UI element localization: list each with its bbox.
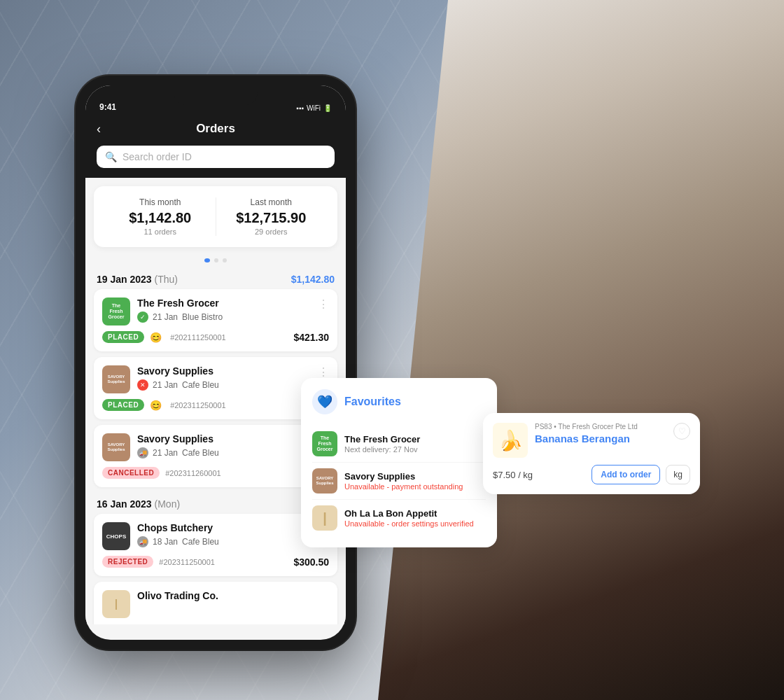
wifi-icon: WiFi <box>307 104 321 112</box>
order-location-1: Blue Bistro <box>182 312 223 322</box>
product-meta: PS83 • The Fresh Grocer Pte Ltd <box>535 423 666 430</box>
order-info-2: Savory Supplies ✕ 21 Jan Cafe Bleu <box>137 365 329 391</box>
battery-icon: 🔋 <box>323 104 332 112</box>
fav-item-2[interactable]: SAVORYSupplies Savory Supplies Unavailab… <box>312 463 486 500</box>
this-month-count: 11 orders <box>105 227 216 236</box>
this-month-card: This month $1,142.80 11 orders <box>105 197 216 236</box>
last-month-card: Last month $12,715.90 29 orders <box>216 197 327 236</box>
order-info-1: The Fresh Grocer ✓ 21 Jan Blue Bistro <box>137 298 329 323</box>
person-background <box>378 0 784 700</box>
summary-cards: This month $1,142.80 11 orders Last mont… <box>94 186 337 247</box>
order-card-1[interactable]: ⋮ TheFreshGrocer The Fresh Grocer ✓ 21 J… <box>94 289 337 351</box>
status-time: 9:41 <box>99 102 116 112</box>
favourites-popup[interactable]: 💙 Favourites TheFreshGrocer The Fresh Gr… <box>301 378 497 547</box>
order-id-4: #202311250001 <box>159 558 215 566</box>
order-dots-2[interactable]: ⋮ <box>318 365 329 379</box>
fav-info-2: Savory Supplies Unavailable - payment ou… <box>344 471 486 491</box>
order-location-2: Cafe Bleu <box>182 380 219 390</box>
search-container: 🔍 Search order ID <box>85 146 346 178</box>
product-heart-icon[interactable]: ♡ <box>673 423 690 440</box>
order-name-4: Chops Butchery <box>137 522 329 533</box>
order-top-3: SAVORYSupplies Savory Supplies 🚚 21 Jan … <box>102 433 329 461</box>
order-meta-1: ✓ 21 Jan Blue Bistro <box>137 312 329 323</box>
fav-name-2: Savory Supplies <box>344 471 486 482</box>
fav-item-1[interactable]: TheFreshGrocer The Fresh Grocer Next del… <box>312 426 486 463</box>
phone-body: 9:41 ▪▪▪ WiFi 🔋 ‹ Orders 🔍 Search order … <box>76 76 356 650</box>
order-amount-1: $421.30 <box>293 332 329 343</box>
order-bottom-4: REJECTED #202311250001 $300.50 <box>102 556 329 568</box>
order-logo-olivo: | <box>102 590 130 618</box>
favourites-title: Favourites <box>344 396 401 408</box>
dot-3[interactable] <box>223 258 227 262</box>
order-info-3: Savory Supplies 🚚 21 Jan Cafe Bleu <box>137 433 329 458</box>
status-dot-grey-2: 🚚 <box>137 536 148 547</box>
product-name-part1: Banan <box>535 433 567 444</box>
fav-name-1: The Fresh Grocer <box>344 434 486 444</box>
order-logo-savory-2: SAVORYSupplies <box>102 433 130 461</box>
fav-logo-fresh: TheFreshGrocer <box>312 431 337 456</box>
order-info-5: Olivo Trading Co. <box>137 590 329 604</box>
fav-logo-savory: SAVORYSupplies <box>312 468 337 493</box>
badge-placed-2: PLACED <box>102 399 144 411</box>
product-popup[interactable]: 🍌 PS83 • The Fresh Grocer Pte Ltd Banana… <box>483 413 700 494</box>
order-name-3: Savory Supplies <box>137 433 329 444</box>
order-date-1: 21 Jan <box>153 312 178 322</box>
status-dot-grey-1: 🚚 <box>137 447 148 458</box>
badge-cancelled-3: CANCELLED <box>102 467 160 479</box>
fav-info-3: Oh La La Bon Appetit Unavailable - order… <box>344 508 486 528</box>
product-info: PS83 • The Fresh Grocer Pte Ltd Bananas … <box>535 423 666 444</box>
order-amount-4: $300.50 <box>293 556 329 568</box>
this-month-amount: $1,142.80 <box>105 210 216 226</box>
order-top-1: TheFreshGrocer The Fresh Grocer ✓ 21 Jan… <box>102 298 329 326</box>
search-icon: 🔍 <box>105 151 117 162</box>
order-top-2: SAVORYSupplies Savory Supplies ✕ 21 Jan … <box>102 365 329 393</box>
order-date-2: 21 Jan <box>153 380 178 390</box>
order-logo-fresh-grocer: TheFreshGrocer <box>102 298 130 326</box>
search-bar[interactable]: 🔍 Search order ID <box>97 146 335 168</box>
dot-2[interactable] <box>214 258 218 262</box>
dot-1[interactable] <box>204 258 210 262</box>
fav-logo-olivo-popup: | <box>312 505 337 531</box>
order-info-4: Chops Butchery 🚚 18 Jan Cafe Bleu <box>137 522 329 547</box>
search-input[interactable]: Search order ID <box>122 151 192 162</box>
this-month-label: This month <box>105 197 216 207</box>
order-date-3: 21 Jan <box>153 448 178 458</box>
product-price: $7.50 / kg <box>493 470 586 480</box>
order-name-2: Savory Supplies <box>137 365 329 377</box>
status-dot-green-1: ✓ <box>137 312 148 323</box>
order-bottom-3: CANCELLED #202311260001 <box>102 467 329 479</box>
phone-device: 9:41 ▪▪▪ WiFi 🔋 ‹ Orders 🔍 Search order … <box>76 76 356 650</box>
status-icons: ▪▪▪ WiFi 🔋 <box>296 104 332 112</box>
product-name: Bananas Berangan <box>535 433 666 444</box>
last-month-label: Last month <box>216 197 327 207</box>
phone-notch <box>174 85 258 105</box>
unit-button[interactable]: kg <box>666 465 690 484</box>
fav-name-3: Oh La La Bon Appetit <box>344 508 486 519</box>
order-location-3: Cafe Bleu <box>182 448 219 458</box>
order-meta-3: 🚚 21 Jan Cafe Bleu <box>137 447 329 458</box>
add-to-order-button[interactable]: Add to order <box>592 465 660 484</box>
product-image: 🍌 <box>493 423 528 458</box>
page-title: Orders <box>196 122 235 136</box>
section-date-jan16: 16 Jan 2023 (Mon) <box>97 498 180 510</box>
back-button[interactable]: ‹ <box>97 122 101 136</box>
order-location-4: Cafe Bleu <box>182 537 219 547</box>
order-bottom-1: PLACED 😊 #202111250001 $421.30 <box>102 331 329 343</box>
fav-item-3[interactable]: | Oh La La Bon Appetit Unavailable - ord… <box>312 500 486 536</box>
order-card-5[interactable]: | Olivo Trading Co. <box>94 582 337 624</box>
status-dot-red-1: ✕ <box>137 379 148 391</box>
order-date-4: 18 Jan <box>153 537 178 547</box>
product-name-part2: as Berangan <box>567 433 630 444</box>
order-dots-1[interactable]: ⋮ <box>318 298 329 311</box>
order-id-2: #202311250001 <box>170 401 226 410</box>
heart-icon: 💙 <box>312 389 337 414</box>
fav-sub-2: Unavailable - payment outstanding <box>344 482 486 491</box>
order-logo-savory-1: SAVORYSupplies <box>102 365 130 393</box>
order-name-5: Olivo Trading Co. <box>137 590 329 601</box>
product-top: 🍌 PS83 • The Fresh Grocer Pte Ltd Banana… <box>493 423 690 458</box>
fav-sub-1: Next delivery: 27 Nov <box>344 445 486 454</box>
section-date-jan19: 19 Jan 2023 (Thu) <box>97 274 178 285</box>
order-top-4: CHOPS Chops Butchery 🚚 18 Jan Cafe Bleu <box>102 522 329 550</box>
product-bottom: $7.50 / kg Add to order kg <box>493 465 690 484</box>
favourites-header: 💙 Favourites <box>312 389 486 414</box>
